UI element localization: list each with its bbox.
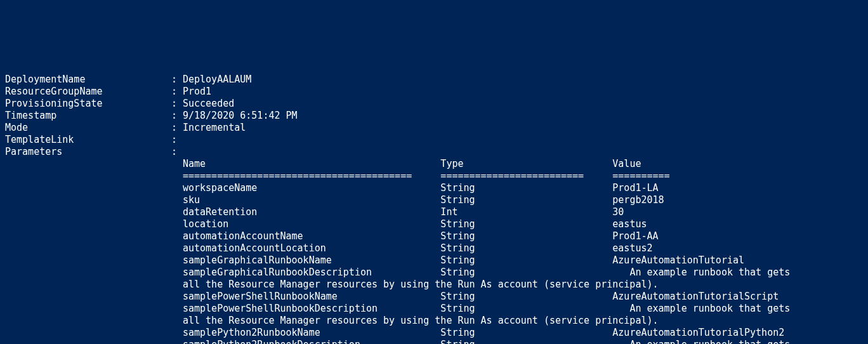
prop-value: DeployAALAUM xyxy=(183,74,251,85)
param-row: automationAccountLocation String eastus2 xyxy=(5,242,653,254)
param-value: pergb2018 xyxy=(612,194,664,206)
param-header-row: Name Type Value xyxy=(5,158,641,169)
param-value: Prod1-AA xyxy=(612,230,658,242)
param-name: automationAccountLocation xyxy=(183,242,435,254)
param-wrap-text: all the Resource Manager resources by us… xyxy=(183,315,659,326)
prop-label: DeploymentName xyxy=(5,74,171,85)
param-row: samplePython2RunbookName String AzureAut… xyxy=(5,327,784,338)
param-value: AzureAutomationTutorialPython2 xyxy=(612,327,784,338)
prop-row: ProvisioningState : Succeeded xyxy=(5,98,234,109)
param-row: sku String pergb2018 xyxy=(5,194,664,206)
param-value: An example runbook that gets xyxy=(612,339,790,344)
prop-value: Succeeded xyxy=(183,98,234,109)
param-value: 30 xyxy=(612,206,624,218)
prop-row: ResourceGroupName : Prod1 xyxy=(5,86,211,97)
param-type: String xyxy=(440,182,607,194)
param-value: An example runbook that gets xyxy=(612,267,790,278)
param-value: AzureAutomationTutorial xyxy=(612,255,744,266)
param-name: sampleGraphicalRunbookName xyxy=(183,255,435,266)
param-row: samplePython2RunbookDescription String A… xyxy=(5,339,790,344)
param-type: String xyxy=(440,242,607,254)
prop-label: Timestamp xyxy=(5,110,171,121)
param-row: location String eastus xyxy=(5,218,647,230)
param-name: sampleGraphicalRunbookDescription xyxy=(183,267,435,278)
param-name: location xyxy=(183,218,435,230)
param-type: String xyxy=(440,303,607,314)
prop-row: Timestamp : 9/18/2020 6:51:42 PM xyxy=(5,110,298,121)
sep-value: ========== xyxy=(612,170,669,182)
prop-row: Mode : Incremental xyxy=(5,122,246,133)
param-sep-row: ========================================… xyxy=(5,170,670,182)
param-row: sampleGraphicalRunbookDescription String… xyxy=(5,267,790,278)
header-name: Name xyxy=(183,158,435,169)
prop-value: Incremental xyxy=(183,122,246,133)
param-row: sampleGraphicalRunbookName String AzureA… xyxy=(5,255,744,266)
sep-type: ========================= xyxy=(440,170,607,182)
param-name: samplePowerShellRunbookDescription xyxy=(183,303,435,314)
param-type: String xyxy=(440,267,607,278)
param-row: dataRetention Int 30 xyxy=(5,206,624,218)
prop-label: Mode xyxy=(5,122,171,133)
prop-label: TemplateLink xyxy=(5,134,171,145)
prop-label: Parameters xyxy=(5,146,171,157)
param-type: String xyxy=(440,339,607,344)
param-value: Prod1-LA xyxy=(612,182,658,194)
prop-row: TemplateLink : xyxy=(5,134,177,145)
param-row: samplePowerShellRunbookDescription Strin… xyxy=(5,303,790,314)
param-type: String xyxy=(440,291,607,302)
param-type: String xyxy=(440,218,607,230)
prop-row: Parameters : xyxy=(5,146,177,157)
param-type: String xyxy=(440,327,607,338)
prop-label: ResourceGroupName xyxy=(5,86,171,97)
param-type: String xyxy=(440,194,607,206)
header-value: Value xyxy=(612,158,641,169)
param-wrap: all the Resource Manager resources by us… xyxy=(5,279,659,290)
param-name: samplePython2RunbookName xyxy=(183,327,435,338)
param-type: String xyxy=(440,230,607,242)
header-type: Type xyxy=(440,158,607,169)
prop-label: ProvisioningState xyxy=(5,98,171,109)
param-name: dataRetention xyxy=(183,206,435,218)
param-value: eastus xyxy=(612,218,647,230)
param-row: automationAccountName String Prod1-AA xyxy=(5,230,659,242)
param-name: samplePython2RunbookDescription xyxy=(183,339,435,344)
param-wrap-text: all the Resource Manager resources by us… xyxy=(183,279,659,290)
prop-row: DeploymentName : DeployAALAUM xyxy=(5,74,251,85)
param-wrap: all the Resource Manager resources by us… xyxy=(5,315,659,326)
prop-value: 9/18/2020 6:51:42 PM xyxy=(183,110,298,121)
param-type: String xyxy=(440,255,607,266)
param-value: An example runbook that gets xyxy=(612,303,790,314)
param-name: samplePowerShellRunbookName xyxy=(183,291,435,302)
param-row: samplePowerShellRunbookName String Azure… xyxy=(5,291,779,302)
param-value: AzureAutomationTutorialScript xyxy=(612,291,779,302)
terminal-output[interactable]: DeploymentName : DeployAALAUM ResourceGr… xyxy=(0,60,868,344)
param-row: workspaceName String Prod1-LA xyxy=(5,182,659,194)
param-value: eastus2 xyxy=(612,242,652,254)
param-name: automationAccountName xyxy=(183,230,435,242)
param-name: sku xyxy=(183,194,435,206)
param-type: Int xyxy=(440,206,607,218)
param-name: workspaceName xyxy=(183,182,435,194)
prop-value: Prod1 xyxy=(183,86,211,97)
sep-name: ======================================== xyxy=(183,170,435,182)
